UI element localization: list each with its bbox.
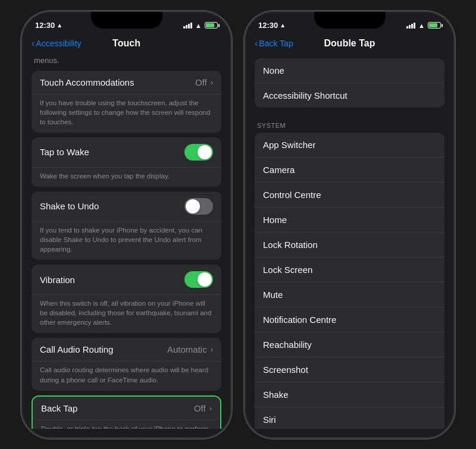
vibration-label: Vibration [40,275,75,285]
battery-icon [205,22,218,29]
nav-bar: ‹ Accessibility Touch [22,36,231,54]
time-display-right: 12:30 [258,21,278,30]
back-tap-value: Off [194,403,206,413]
tap-to-wake-item[interactable]: Tap to Wake [32,137,221,168]
top-text: menus. [22,54,231,71]
location-arrow-icon: ▲ [57,22,62,29]
system-list: App Switcher Camera Control Centre Home … [255,133,444,429]
call-audio-routing-label: Call Audio Routing [40,344,113,354]
camera-item[interactable]: Camera [255,158,444,183]
page-title: Touch [112,38,140,49]
call-audio-routing-item[interactable]: Call Audio Routing Automatic › [32,338,221,362]
chevron-icon: › [211,78,213,87]
back-tap-label: Back Tap [41,403,77,413]
control-centre-label: Control Centre [263,190,321,200]
back-tap-desc: Double- or triple-tap the back of your i… [33,420,220,429]
wifi-icon: ▲ [195,22,202,29]
status-time: 12:30 ▲ [35,21,62,30]
shake-to-undo-label: Shake to Undo [40,201,99,211]
home-item[interactable]: Home [255,208,444,233]
app-switcher-label: App Switcher [263,140,315,150]
right-phone: 12:30 ▲ ▲ ‹ Back Tap Double Tap [244,11,455,439]
tap-to-wake-toggle[interactable] [184,144,213,161]
status-icons-right: ▲ [406,22,441,29]
app-switcher-item[interactable]: App Switcher [255,133,444,158]
back-tap-item[interactable]: Back Tap Off › [33,397,220,420]
lock-screen-label: Lock Screen [263,265,312,275]
siri-label: Siri [263,415,276,425]
status-icons: ▲ [183,22,218,29]
accessibility-shortcut-item[interactable]: Accessibility Shortcut [255,83,444,108]
back-label-right: Back Tap [259,39,293,48]
nav-bar-right: ‹ Back Tap Double Tap [245,36,454,54]
vibration-item[interactable]: Vibration [32,265,221,295]
touch-accommodations-item[interactable]: Touch Accommodations Off › [32,71,221,95]
shake-to-undo-toggle[interactable] [184,198,213,215]
back-button[interactable]: ‹ Accessibility [32,38,82,49]
location-arrow-icon-right: ▲ [280,22,286,29]
page-title-right: Double Tap [324,38,375,49]
lock-screen-item[interactable]: Lock Screen [255,258,444,282]
call-audio-routing-row: Call Audio Routing Automatic › Call audi… [32,338,221,390]
mute-item[interactable]: Mute [255,282,444,307]
none-label: None [263,65,284,76]
notch [91,12,162,29]
shake-to-undo-desc: If you tend to shake your iPhone by acci… [32,222,221,260]
shake-item[interactable]: Shake [255,382,444,407]
left-phone: 12:30 ▲ ▲ ‹ Accessibility Touch menus. [21,11,232,439]
shake-to-undo-item[interactable]: Shake to Undo [32,191,221,222]
shake-to-undo-row: Shake to Undo If you tend to shake your … [32,191,221,260]
siri-item[interactable]: Siri [255,407,444,429]
reachability-label: Reachability [263,340,312,350]
touch-accommodations-desc: If you have trouble using the touchscree… [32,95,221,133]
scroll-area: menus. Touch Accommodations Off › If you… [22,54,231,429]
none-item[interactable]: None [255,58,444,83]
vibration-desc: When this switch is off, all vibration o… [32,295,221,333]
call-audio-chevron-icon: › [211,345,213,354]
screenshot-item[interactable]: Screenshot [255,357,444,382]
tap-to-wake-desc: Wake the screen when you tap the display… [32,168,221,187]
notification-centre-item[interactable]: Notification Centre [255,307,444,332]
reachability-item[interactable]: Reachability [255,332,444,357]
settings-list: Touch Accommodations Off › If you have t… [22,71,231,429]
battery-icon-right [428,22,441,29]
wifi-icon-right: ▲ [418,22,425,29]
lock-rotation-item[interactable]: Lock Rotation [255,233,444,258]
touch-accommodations-row: Touch Accommodations Off › If you have t… [32,71,221,133]
shake-label: Shake [263,390,289,400]
back-label: Accessibility [36,39,81,48]
vibration-toggle[interactable] [184,271,213,288]
back-tap-chevron-icon: › [209,404,212,413]
time-display: 12:30 [35,21,55,30]
screenshot-label: Screenshot [263,365,308,375]
home-label: Home [263,215,287,225]
signal-icon-right [406,23,415,29]
call-audio-routing-value: Automatic [167,344,207,354]
notch-right [314,12,386,29]
scroll-area-right: None Accessibility Shortcut SYSTEM App S… [245,54,454,429]
tap-to-wake-label: Tap to Wake [40,147,89,157]
back-button-right[interactable]: ‹ Back Tap [255,38,293,49]
touch-accommodations-value: Off [195,77,207,87]
top-section: None Accessibility Shortcut [255,58,444,108]
tap-to-wake-row: Tap to Wake Wake the screen when you tap… [32,137,221,187]
vibration-row: Vibration When this switch is off, all v… [32,265,221,333]
status-time-right: 12:30 ▲ [258,21,286,30]
lock-rotation-label: Lock Rotation [263,240,318,250]
system-section-label: SYSTEM [245,117,454,133]
notification-centre-label: Notification Centre [263,315,336,325]
signal-icon [183,23,192,29]
control-centre-item[interactable]: Control Centre [255,183,444,208]
accessibility-shortcut-label: Accessibility Shortcut [263,90,347,101]
call-audio-routing-desc: Call audio routing determines where audi… [32,362,221,390]
mute-label: Mute [263,290,283,300]
back-tap-highlighted-row: Back Tap Off › Double- or triple-tap the… [32,395,221,429]
camera-label: Camera [263,165,295,175]
touch-accommodations-label: Touch Accommodations [40,77,134,87]
